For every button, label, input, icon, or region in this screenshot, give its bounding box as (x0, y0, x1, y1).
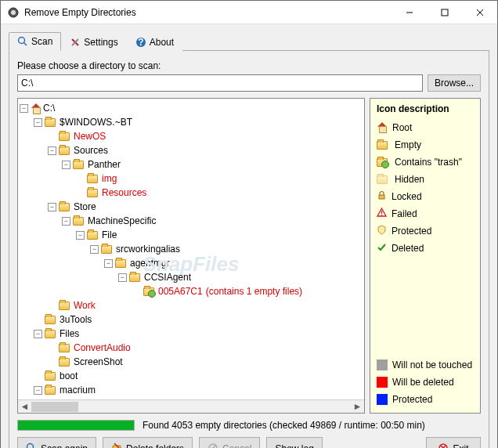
scroll-thumb[interactable] (31, 402, 78, 412)
folder-icon (45, 118, 56, 127)
tree-node[interactable]: boot (20, 369, 363, 383)
tree-node[interactable]: −srcworkingalias (20, 242, 363, 256)
legend-item: Failed (377, 205, 474, 222)
directory-tree[interactable]: SnapFiles −C:\−$WINDOWS.~BTNewOS−Sources… (18, 99, 364, 399)
legend-item: Root (377, 119, 474, 136)
tree-toggle[interactable]: − (62, 217, 70, 226)
maximize-button[interactable] (427, 1, 462, 23)
legend-item: Locked (377, 188, 474, 205)
tree-node-label: Sources (74, 145, 108, 156)
status-row: Found 4053 empty directories (checked 49… (17, 420, 481, 431)
tree-node[interactable]: 3uTools (20, 313, 363, 327)
tree-node[interactable]: −CCSIAgent (20, 270, 363, 284)
tree-node-label: Files (60, 328, 79, 339)
delete-folders-button[interactable]: Delete folders (103, 437, 193, 448)
tree-node-label: 005A67C1 (158, 286, 203, 297)
close-button[interactable] (462, 1, 497, 23)
legend-item: Empty (377, 136, 474, 154)
progress-bar (17, 420, 135, 431)
help-icon: ? (135, 37, 146, 48)
tree-pane: SnapFiles −C:\−$WINDOWS.~BTNewOS−Sources… (17, 98, 365, 414)
tree-node-label: img (102, 173, 117, 184)
color-swatch (377, 394, 388, 405)
horizontal-scrollbar[interactable]: ◄ ► (18, 399, 364, 413)
tree-toggle[interactable]: − (76, 231, 85, 240)
button-row: Scan again Delete folders Cancel Show lo… (17, 437, 481, 448)
cancel-button[interactable]: Cancel (199, 437, 260, 448)
legend-item: Hidden (377, 171, 474, 188)
tab-settings[interactable]: Settings (61, 33, 126, 51)
legend-label: Root (392, 122, 412, 133)
tab-scan[interactable]: Scan (9, 32, 61, 51)
tree-node[interactable]: −File (20, 228, 363, 242)
tree-node-label: C:\ (43, 103, 55, 114)
tree-node[interactable]: ConvertAudio (20, 341, 363, 355)
tree-toggle[interactable]: − (118, 273, 127, 282)
legend-swatch-item: Protected (377, 391, 474, 408)
tree-node-label: Panther (88, 159, 121, 170)
tree-node-label: ScreenShot (74, 356, 123, 367)
tree-node[interactable]: Resources (20, 186, 363, 200)
tree-node[interactable]: −Sources (20, 143, 363, 157)
tree-node[interactable]: −Panther (20, 157, 363, 172)
exit-button[interactable]: Exit (426, 437, 481, 448)
tree-toggle[interactable]: − (34, 118, 42, 127)
folder-icon (87, 189, 98, 197)
tree-node[interactable]: −Store (20, 200, 363, 214)
tree-node[interactable]: −$WINDOWS.~BT (20, 115, 363, 129)
minimize-button[interactable] (392, 1, 427, 23)
tree-toggle[interactable]: − (90, 245, 99, 254)
tree-node[interactable]: −MachineSpecific (20, 214, 363, 228)
folder-trash-icon (143, 287, 154, 296)
delete-icon (111, 443, 122, 449)
folder-icon (87, 175, 98, 183)
tree-node[interactable]: −C:\ (20, 101, 363, 115)
scroll-left-arrow[interactable]: ◄ (18, 400, 31, 414)
tree-toggle[interactable]: − (20, 104, 28, 113)
scroll-right-arrow[interactable]: ► (351, 400, 364, 414)
browse-button[interactable]: Browse... (428, 74, 481, 92)
folder-icon (59, 203, 70, 211)
app-window: Remove Empty Directories Scan Settings ?… (0, 0, 498, 448)
tree-node[interactable]: img (20, 172, 363, 186)
folder-icon (73, 217, 84, 226)
tree-node[interactable]: NewOS (20, 129, 363, 143)
tree-node-label: macrium (60, 385, 96, 396)
tree-toggle[interactable]: − (62, 161, 70, 169)
tree-node[interactable]: Work (20, 298, 363, 313)
tree-node-label: Store (74, 201, 96, 212)
tree-node[interactable]: ScreenShot (20, 355, 363, 369)
svg-rect-12 (379, 195, 384, 199)
tree-toggle[interactable]: − (34, 386, 42, 395)
path-input[interactable] (17, 74, 423, 92)
path-row: Browse... (17, 74, 481, 92)
show-log-button[interactable]: Show log (266, 437, 322, 448)
scroll-track[interactable] (31, 400, 351, 414)
tree-node[interactable]: −Files (20, 327, 363, 341)
folder-icon (73, 161, 84, 169)
tree-node-info: (contains 1 empty files) (206, 286, 302, 297)
tab-strip: Scan Settings ? About (9, 31, 489, 51)
legend-icon (377, 208, 387, 220)
tab-about[interactable]: ? About (127, 33, 182, 51)
legend-swatch-item: Will be deleted (377, 374, 474, 391)
titlebar: Remove Empty Directories (1, 1, 497, 24)
scan-again-button[interactable]: Scan again (17, 437, 96, 448)
tree-node[interactable]: −agentmgr (20, 256, 363, 270)
tree-toggle[interactable]: − (104, 259, 113, 268)
tree-toggle[interactable]: − (34, 330, 42, 338)
svg-point-1 (11, 10, 16, 15)
svg-point-6 (19, 38, 25, 44)
status-text: Found 4053 empty directories (checked 49… (143, 420, 425, 431)
button-label: Show log (275, 443, 313, 448)
tab-label: Settings (84, 37, 117, 48)
legend-icon (377, 190, 387, 203)
tree-node[interactable]: −macrium (20, 383, 363, 397)
tree-toggle[interactable]: − (48, 203, 56, 211)
tree-toggle[interactable]: − (48, 146, 56, 155)
svg-text:?: ? (138, 37, 143, 48)
legend-item: Protected (377, 222, 474, 240)
tree-node-label: srcworkingalias (116, 244, 180, 255)
legend-label: Protected (392, 226, 431, 237)
tree-node[interactable]: 005A67C1(contains 1 empty files) (20, 284, 363, 298)
